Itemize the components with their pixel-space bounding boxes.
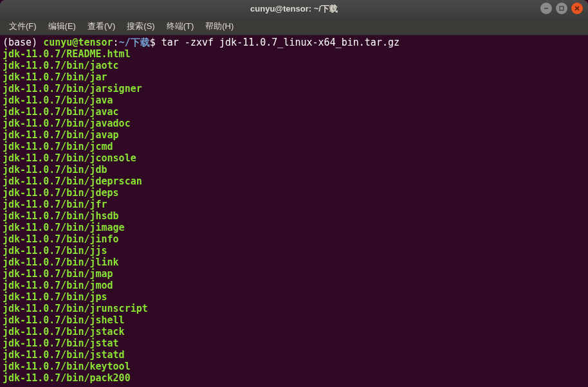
- window-controls: [540, 3, 583, 14]
- window-titlebar: cunyu@tensor: ~/下载: [0, 0, 588, 18]
- output-line: jdk-11.0.7/bin/jdb: [3, 164, 585, 176]
- output-line: jdk-11.0.7/bin/keytool: [3, 361, 585, 372]
- menu-edit[interactable]: 编辑(E): [43, 19, 81, 34]
- menu-search[interactable]: 搜索(S): [122, 19, 160, 34]
- output-line: jdk-11.0.7/bin/jcmd: [3, 141, 585, 152]
- prompt-path: ~/下载: [119, 37, 150, 48]
- output-line: jdk-11.0.7/bin/jarsigner: [3, 83, 585, 94]
- menu-file[interactable]: 文件(F): [4, 19, 42, 34]
- terminal-area[interactable]: (base) cunyu@tensor:~/下载$ tar -zxvf jdk-…: [0, 35, 588, 387]
- window-title: cunyu@tensor: ~/下载: [250, 3, 338, 15]
- menu-terminal[interactable]: 终端(T): [161, 19, 199, 34]
- output-line: jdk-11.0.7/bin/jstack: [3, 326, 585, 338]
- menu-view[interactable]: 查看(V): [82, 19, 120, 34]
- minimize-icon: [544, 6, 549, 11]
- output-line: jdk-11.0.7/bin/javac: [3, 106, 585, 118]
- output-line: jdk-11.0.7/README.html: [3, 48, 585, 60]
- output-line: jdk-11.0.7/bin/jstat: [3, 338, 585, 349]
- menu-help[interactable]: 帮助(H): [200, 19, 239, 34]
- output-line: jdk-11.0.7/bin/pack200: [3, 372, 585, 384]
- output-line: jdk-11.0.7/bin/jimage: [3, 222, 585, 233]
- output-line: jdk-11.0.7/bin/jinfo: [3, 233, 585, 245]
- output-line: jdk-11.0.7/bin/javadoc: [3, 118, 585, 129]
- output-line: jdk-11.0.7/bin/jps: [3, 291, 585, 303]
- output-line: jdk-11.0.7/bin/jmod: [3, 280, 585, 291]
- output-line: jdk-11.0.7/bin/jdeprscan: [3, 176, 585, 187]
- minimize-button[interactable]: [540, 3, 552, 14]
- output-line: jdk-11.0.7/bin/jar: [3, 71, 585, 83]
- maximize-button[interactable]: [556, 3, 567, 14]
- output-line: jdk-11.0.7/bin/jmap: [3, 268, 585, 280]
- output-line: jdk-11.0.7/bin/jlink: [3, 256, 585, 268]
- prompt-command: tar -zxvf jdk-11.0.7_linux-x64_bin.tar.g…: [161, 37, 400, 48]
- svg-rect-1: [560, 6, 564, 10]
- prompt-dollar: $: [150, 37, 161, 48]
- output-line: jdk-11.0.7/bin/jdeps: [3, 187, 585, 199]
- terminal-output: jdk-11.0.7/README.htmljdk-11.0.7/bin/jao…: [3, 48, 585, 384]
- output-line: jdk-11.0.7/bin/jrunscript: [3, 303, 585, 314]
- menubar: 文件(F) 编辑(E) 查看(V) 搜索(S) 终端(T) 帮助(H): [0, 18, 588, 35]
- close-icon: [574, 6, 580, 11]
- output-line: jdk-11.0.7/bin/jhsdb: [3, 210, 585, 222]
- output-line: jdk-11.0.7/bin/jjs: [3, 245, 585, 256]
- output-line: jdk-11.0.7/bin/jconsole: [3, 152, 585, 164]
- prompt-colon: :: [113, 37, 119, 48]
- close-button[interactable]: [571, 3, 583, 14]
- prompt-userhost: cunyu@tensor: [43, 37, 113, 48]
- prompt-env: (base): [3, 37, 43, 48]
- prompt-line: (base) cunyu@tensor:~/下载$ tar -zxvf jdk-…: [3, 37, 585, 48]
- output-line: jdk-11.0.7/bin/java: [3, 94, 585, 106]
- output-line: jdk-11.0.7/bin/javap: [3, 129, 585, 141]
- maximize-icon: [559, 6, 564, 11]
- output-line: jdk-11.0.7/bin/jfr: [3, 199, 585, 210]
- output-line: jdk-11.0.7/bin/jshell: [3, 314, 585, 326]
- output-line: jdk-11.0.7/bin/jaotc: [3, 60, 585, 71]
- output-line: jdk-11.0.7/bin/jstatd: [3, 349, 585, 361]
